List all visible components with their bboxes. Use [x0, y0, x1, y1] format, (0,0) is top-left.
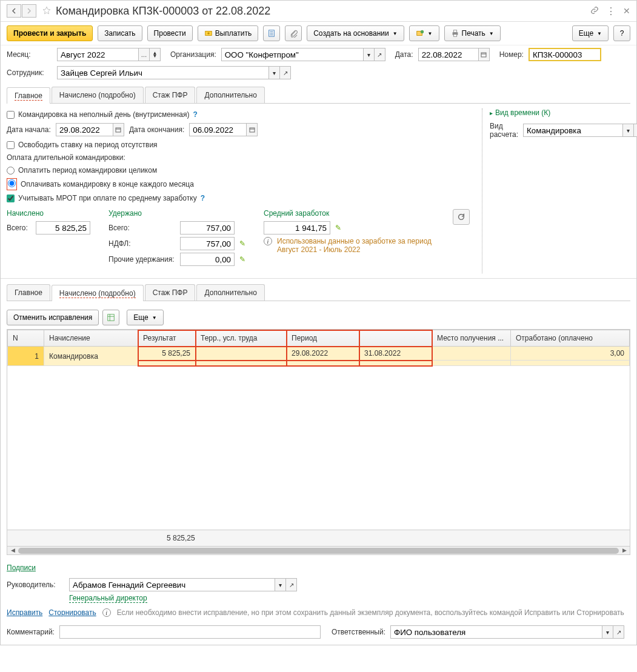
- month-input[interactable]: [57, 48, 139, 61]
- partial-day-help-icon[interactable]: ?: [193, 110, 197, 119]
- refresh-button[interactable]: [453, 209, 470, 225]
- cell-result[interactable]: 5 825,25: [138, 347, 196, 361]
- tab-accrued-detail[interactable]: Начислено (подробно): [52, 87, 144, 103]
- create-based-on-button[interactable]: Создать на основании▼: [307, 25, 404, 41]
- comment-input[interactable]: [59, 625, 321, 639]
- help-button[interactable]: ?: [613, 25, 630, 41]
- paperclip-icon: [289, 29, 298, 38]
- col-accrual[interactable]: Начисление: [44, 330, 138, 347]
- avg-value[interactable]: [264, 221, 330, 235]
- cell-period-to[interactable]: 31.08.2022: [359, 347, 432, 361]
- month-ellipsis-button[interactable]: …: [139, 48, 150, 61]
- table-settings-button[interactable]: [102, 310, 119, 325]
- nav-back-button[interactable]: [7, 4, 21, 18]
- position-link[interactable]: Генеральный директор: [69, 594, 147, 603]
- withheld-total-value[interactable]: [180, 221, 235, 235]
- radio-monthly[interactable]: [8, 179, 16, 187]
- close-button[interactable]: ✕: [623, 6, 630, 16]
- free-rate-checkbox[interactable]: [7, 141, 15, 149]
- col-terr[interactable]: Терр., усл. труда: [196, 330, 287, 347]
- table-row[interactable]: 1 Командировка 5 825,25 29.08.2022 31.08…: [8, 347, 630, 361]
- cancel-corrections-button[interactable]: Отменить исправления: [7, 310, 99, 325]
- post-button[interactable]: Провести: [147, 25, 193, 41]
- start-date-calendar-button[interactable]: [113, 123, 124, 136]
- other-withheld-value[interactable]: [180, 253, 235, 266]
- month-spinner[interactable]: ▲▼: [150, 48, 161, 61]
- tab-main[interactable]: Главное: [7, 87, 50, 104]
- signatures-link[interactable]: Подписи: [7, 564, 36, 572]
- accrued-total-value[interactable]: [36, 221, 90, 235]
- number-input[interactable]: [529, 48, 601, 61]
- tab-pfr[interactable]: Стаж ПФР: [145, 87, 196, 103]
- avg-edit-icon[interactable]: ✎: [335, 224, 341, 232]
- more-button[interactable]: Еще▼: [572, 25, 609, 41]
- partial-day-checkbox[interactable]: [7, 111, 15, 119]
- time-kind-toggle[interactable]: Вид времени (К): [490, 108, 637, 117]
- ndfl-edit-icon[interactable]: ✎: [239, 239, 245, 248]
- responsible-input[interactable]: [390, 625, 602, 639]
- tab-extra-2[interactable]: Дополнительно: [196, 284, 264, 301]
- torn-separator: [1, 278, 636, 284]
- cell-worked[interactable]: 3,00: [511, 347, 630, 361]
- svg-rect-13: [116, 128, 121, 132]
- end-date-calendar-button[interactable]: [247, 123, 258, 136]
- cell-terr[interactable]: [196, 347, 287, 361]
- nav-forward-button[interactable]: [22, 4, 36, 18]
- cell-accrual[interactable]: Командировка: [44, 347, 138, 366]
- mrot-checkbox[interactable]: [7, 195, 15, 202]
- print-button[interactable]: Печать▼: [444, 25, 501, 41]
- action-dropdown-button[interactable]: ▼: [409, 25, 439, 41]
- responsible-dropdown-button[interactable]: ▾: [602, 625, 613, 639]
- org-open-button[interactable]: ↗: [375, 48, 385, 61]
- col-period[interactable]: Период: [287, 330, 359, 347]
- employee-open-button[interactable]: ↗: [280, 66, 291, 79]
- info-icon[interactable]: i: [264, 237, 272, 245]
- tab-main-2[interactable]: Главное: [7, 284, 50, 301]
- attachments-button[interactable]: [285, 25, 302, 41]
- date-input[interactable]: [418, 48, 479, 61]
- col-result[interactable]: Результат: [138, 330, 196, 347]
- col-n[interactable]: N: [8, 330, 44, 347]
- col-place[interactable]: Место получения ...: [432, 330, 511, 347]
- head-dropdown-button[interactable]: ▾: [275, 578, 286, 591]
- kebab-menu-icon[interactable]: ⋮: [606, 5, 616, 17]
- fix-link[interactable]: Исправить: [7, 608, 42, 617]
- cell-period-from[interactable]: 29.08.2022: [287, 347, 359, 361]
- head-open-button[interactable]: ↗: [286, 578, 297, 591]
- calc-type-open-button[interactable]: ↗: [634, 124, 637, 137]
- link-icon[interactable]: [590, 6, 599, 16]
- responsible-open-button[interactable]: ↗: [613, 625, 624, 639]
- calc-type-dropdown-button[interactable]: ▾: [623, 124, 634, 137]
- mrot-help-icon[interactable]: ?: [201, 194, 205, 202]
- col-period2[interactable]: [359, 330, 432, 347]
- employee-dropdown-button[interactable]: ▾: [269, 66, 280, 79]
- document-list-button[interactable]: [263, 25, 280, 41]
- head-input[interactable]: [69, 578, 275, 591]
- employee-input[interactable]: [57, 66, 269, 79]
- avg-header: Средний заработок: [264, 209, 435, 218]
- footer-info-icon[interactable]: i: [102, 608, 111, 617]
- head-label: Руководитель:: [7, 581, 64, 589]
- post-and-close-button[interactable]: Провести и закрыть: [7, 25, 93, 41]
- date-calendar-button[interactable]: [479, 48, 490, 61]
- save-button[interactable]: Записать: [98, 25, 142, 41]
- end-date-input[interactable]: [189, 123, 247, 136]
- start-date-input[interactable]: [56, 123, 113, 136]
- cell-n[interactable]: 1: [8, 347, 44, 366]
- pay-button[interactable]: Выплатить: [198, 25, 259, 41]
- org-dropdown-button[interactable]: ▾: [364, 48, 375, 61]
- horizontal-scrollbar[interactable]: ◀ ▶: [7, 546, 630, 554]
- tab-pfr-2[interactable]: Стаж ПФР: [145, 284, 196, 301]
- tab-accrued-detail-2[interactable]: Начислено (подробно): [52, 285, 144, 301]
- ndfl-value[interactable]: [180, 237, 235, 250]
- other-edit-icon[interactable]: ✎: [239, 255, 245, 264]
- detail-more-button[interactable]: Еще▼: [127, 310, 163, 325]
- tab-extra[interactable]: Дополнительно: [196, 87, 264, 103]
- favorite-star-icon[interactable]: [42, 6, 51, 16]
- col-worked[interactable]: Отработано (оплаченo: [511, 330, 630, 347]
- calc-type-input[interactable]: [523, 124, 623, 137]
- cell-place[interactable]: [432, 347, 511, 361]
- storno-link[interactable]: Сторнировать: [48, 608, 96, 617]
- org-input[interactable]: [221, 48, 364, 61]
- radio-whole-period[interactable]: [7, 167, 15, 175]
